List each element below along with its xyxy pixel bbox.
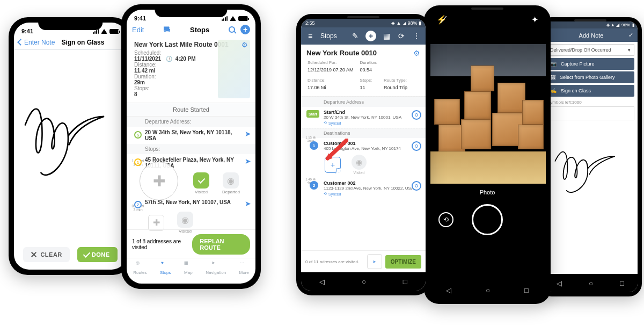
close-icon (31, 251, 37, 258)
nav-home[interactable]: ○ (362, 278, 366, 286)
map-icon: ▦ (184, 260, 193, 269)
signature-preview (546, 126, 634, 201)
tab-map[interactable]: ▦Map (184, 260, 193, 275)
photo-gallery-button[interactable]: 🖼 Select from Photo Gallery (546, 71, 634, 83)
departure-section-label: Departure Address: (127, 117, 255, 127)
gallery-icon: 🖼 (551, 75, 555, 80)
visited-action[interactable]: ◉Visited (352, 155, 367, 175)
edit-button[interactable]: Edit (132, 26, 144, 34)
duration-value: 00:54 (360, 67, 383, 73)
navigate-icon[interactable]: ➤ (245, 199, 251, 208)
tab-routes[interactable]: ◎Routes (133, 260, 147, 275)
nav-back[interactable]: ◁ (319, 278, 325, 286)
scheduled-date: 11/11/2021 (134, 56, 161, 62)
fingerprint-icon: ◉ (223, 172, 239, 189)
edit-icon[interactable]: ✎ (350, 31, 360, 41)
nav-recent[interactable]: □ (620, 279, 624, 287)
camera-switch-button[interactable]: ⟲ (438, 212, 453, 227)
departure-row[interactable]: S 20 W 34th St, New York, NY 10118, USA … (127, 127, 255, 144)
destination-row-2[interactable]: 2 Customer 002 1123-1129 2nd Ave, New Yo… (301, 178, 426, 199)
navigate-icon[interactable] (412, 141, 421, 151)
locate-button[interactable]: ➤ (367, 254, 382, 269)
stop-marker-2: 2 (134, 201, 142, 208)
gear-icon[interactable]: ⚙ (413, 49, 420, 57)
stops-label: Stops: (360, 77, 383, 83)
clear-button[interactable]: CLEAR (23, 247, 69, 262)
departed-label: Departed (222, 190, 240, 194)
nav-recent[interactable]: □ (524, 286, 529, 294)
shutter-button[interactable] (472, 204, 503, 235)
confirm-button[interactable]: ✓ (628, 32, 633, 39)
stops-value: 11 (360, 84, 383, 91)
camera-toolbar: ⚡̸ ✦ (429, 10, 546, 29)
replan-route-button[interactable]: REPLAN ROUTE (192, 234, 250, 255)
stop-marker-s: S (134, 131, 142, 139)
camera-icon: 📷 (551, 61, 557, 67)
status-dropdown[interactable]: Delivered/Drop Off Occurred ▾ (546, 44, 634, 56)
map-icon[interactable]: ▦ (382, 31, 391, 41)
visited-status: 1 of 8 addresses are visited (132, 238, 192, 250)
customer-2-address: 1123-1129 2nd Ave, New York, NY 10022, U… (324, 186, 421, 191)
scan-icon[interactable]: ⛟ (163, 25, 171, 34)
search-icon[interactable] (229, 26, 235, 33)
nav-home[interactable]: ○ (589, 279, 593, 287)
overflow-icon[interactable]: ⋮ (412, 31, 421, 41)
nav-home[interactable]: ○ (486, 286, 490, 294)
destination-row-1[interactable]: 1 Customer 001 405 Lexington Ave, New Yo… (301, 138, 426, 154)
type-value: Round Trip (384, 84, 413, 91)
navigation-icon: ➤ (211, 260, 220, 269)
add-button[interactable]: + (240, 25, 250, 34)
status-time: 9:41 (21, 28, 33, 34)
type-label: Route Type: (384, 77, 413, 83)
sign-on-glass-button[interactable]: ✍ Sign on Glass (546, 85, 634, 97)
signature-pad[interactable] (14, 50, 127, 211)
add-note-zoom-circle: ✚ (140, 162, 178, 200)
departure-address: 20 W 34th St, New York, NY 10118, USA (145, 129, 240, 141)
back-button[interactable]: Enter Note (18, 39, 55, 46)
refresh-icon[interactable]: ⟳ (397, 31, 406, 41)
departed-action[interactable]: ◉Departed (222, 172, 240, 194)
gear-icon[interactable]: ⚙ (241, 41, 248, 49)
departure-section: Departure Address (301, 97, 426, 107)
status-bar: ◈ ▲ ◢ 98% ▮ (543, 21, 638, 28)
done-button[interactable]: DONE (77, 247, 118, 262)
tab-stops[interactable]: ♥Stops (160, 260, 171, 275)
status-battery: 98% (621, 23, 630, 27)
visited-label: Visited (354, 171, 365, 175)
check-icon (200, 178, 203, 183)
page-title: Stops (190, 26, 209, 34)
tab-navigation[interactable]: ➤Navigation (206, 260, 226, 275)
distance-value: 17.06 Mi (308, 84, 359, 91)
navigate-icon[interactable] (412, 181, 421, 191)
note-text-field[interactable] (546, 106, 634, 120)
flash-off-icon[interactable]: ⚡̸ (436, 15, 447, 25)
add-button[interactable]: + (365, 31, 376, 41)
navigate-icon[interactable] (412, 110, 421, 120)
nav-recent[interactable]: □ (403, 278, 407, 286)
distance-label: Distance: (134, 62, 157, 68)
capture-picture-button[interactable]: 📷 Capture Picture (546, 58, 634, 70)
route-title: New York Route 0010 (306, 49, 420, 57)
tab-more[interactable]: ⋯More (239, 260, 249, 275)
add-note-icon[interactable]: ✚ (153, 172, 165, 190)
nav-back[interactable]: ◁ (557, 279, 562, 287)
stop-1-actions: ✚ Visited ◉Departed (127, 171, 255, 197)
navigate-icon[interactable]: ➤ (245, 157, 251, 165)
menu-icon[interactable]: ≡ (305, 31, 315, 41)
route-summary-card: ⚙ New York Last Mile Route 0001 Schedule… (130, 38, 252, 100)
android-navbar: ◁ ○ □ (543, 274, 638, 292)
nav-back[interactable]: ◁ (446, 286, 451, 294)
option-label: Sign on Glass (561, 88, 591, 93)
signature-icon: ✍ (551, 88, 557, 93)
start-row[interactable]: Start Start/End 20 W 34th St, New York, … (301, 107, 426, 128)
add-note-button[interactable]: ✚ (148, 215, 164, 231)
duration-label: Duration: (360, 60, 383, 66)
flash-auto-icon[interactable]: ✦ (531, 15, 538, 25)
signature-drawing (14, 50, 127, 211)
visited-action[interactable]: Visited (193, 172, 209, 194)
customer-2-name: Customer 002 (324, 180, 421, 186)
stop-row-2[interactable]: 2 57th St, New York, NY 10107, USA ➤ (127, 197, 255, 211)
optimize-button[interactable]: OPTIMIZE (385, 255, 421, 269)
navigate-icon[interactable]: ➤ (245, 129, 251, 138)
tab-label: Navigation (206, 270, 226, 275)
